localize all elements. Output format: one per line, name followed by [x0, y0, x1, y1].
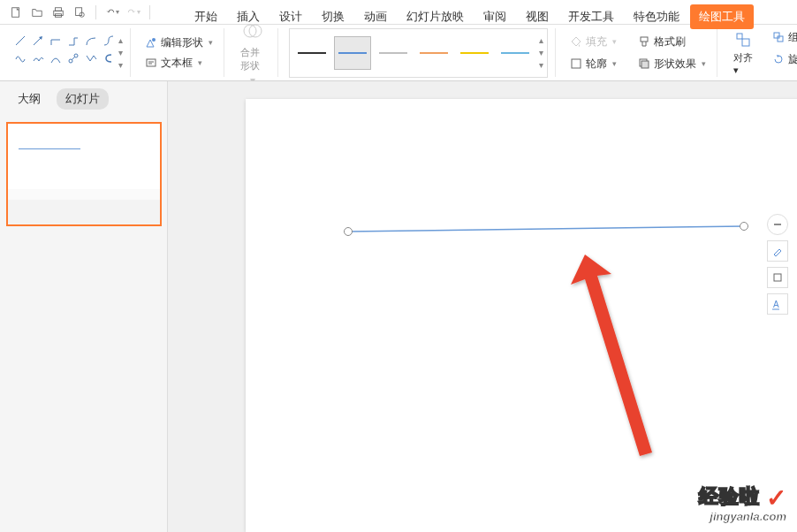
svg-line-26: [348, 226, 744, 232]
elbow-arrow-icon[interactable]: [65, 33, 81, 49]
shape-effects-button[interactable]: 形状效果 ▾: [634, 55, 710, 73]
chevron-down-icon: ▾: [198, 58, 202, 67]
zoom-out-button[interactable]: [767, 214, 788, 235]
format-group: 填充 ▾ 轮廓 ▾ 格式刷 形状效果 ▾: [559, 28, 717, 77]
text-tool-button[interactable]: A: [767, 293, 788, 315]
print-preview-icon[interactable]: [72, 5, 87, 19]
slide-panel: 大纲 幻灯片: [0, 81, 168, 532]
scribble-icon[interactable]: [30, 50, 46, 66]
new-doc-icon[interactable]: [9, 5, 23, 19]
arrow-line-icon[interactable]: [30, 33, 46, 49]
s-curve-icon[interactable]: [101, 50, 117, 66]
tab-animation[interactable]: 动画: [355, 4, 396, 29]
freeform-icon[interactable]: [12, 50, 28, 66]
svg-rect-1: [56, 7, 62, 11]
edit-shape-label: 编辑形状: [161, 35, 203, 50]
gallery-down-icon[interactable]: ▾: [118, 47, 123, 59]
curve-icon[interactable]: [48, 50, 64, 66]
rotate-button[interactable]: 旋转 ▾: [769, 50, 797, 69]
tab-start[interactable]: 开始: [186, 4, 226, 29]
curve-connector-icon[interactable]: [83, 33, 99, 49]
tab-design[interactable]: 设计: [270, 4, 311, 29]
svg-rect-4: [76, 7, 82, 15]
svg-point-11: [152, 38, 156, 42]
merge-group: 合并形状 ▾: [228, 28, 278, 77]
gallery-more-icon[interactable]: ▾: [118, 59, 123, 72]
svg-rect-17: [572, 59, 581, 68]
line-style-3[interactable]: [375, 36, 412, 70]
svg-rect-21: [737, 34, 742, 39]
chevron-down-icon: ▾: [702, 59, 706, 68]
tab-view[interactable]: 视图: [517, 4, 558, 29]
group-button[interactable]: 组合 ▾: [769, 28, 797, 47]
curve-arrow-icon[interactable]: [101, 33, 117, 49]
print-icon[interactable]: [51, 5, 65, 19]
shape-effects-label: 形状效果: [654, 57, 696, 72]
watermark: 经验啦 ✓ jingyanla.com: [699, 480, 786, 523]
svg-text:A: A: [773, 300, 779, 309]
align-label: 对齐: [733, 52, 753, 63]
format-painter-button[interactable]: 格式刷: [634, 33, 710, 51]
tab-transition[interactable]: 切换: [313, 4, 353, 29]
line-handle-start[interactable]: [344, 227, 353, 236]
outline-button[interactable]: 轮廓 ▾: [566, 55, 620, 73]
shapes-gallery[interactable]: [12, 33, 117, 73]
line-style-2[interactable]: [334, 36, 371, 70]
outline-label: 轮廓: [586, 57, 607, 72]
line-style-5[interactable]: [456, 36, 493, 70]
gallery-expand: ▴ ▾ ▾: [118, 33, 123, 73]
redo-icon[interactable]: ▾: [126, 5, 140, 19]
elbow-connector-icon[interactable]: [48, 33, 64, 49]
tab-insert[interactable]: 插入: [228, 4, 269, 29]
outline-tab[interactable]: 大纲: [9, 88, 49, 110]
line-style-4[interactable]: [415, 36, 452, 70]
tab-features[interactable]: 特色功能: [625, 4, 688, 29]
text-box-button[interactable]: 文本框 ▾: [141, 54, 216, 72]
separator: [149, 5, 150, 19]
chevron-down-icon: ▾: [733, 65, 739, 75]
line-shape-icon[interactable]: [12, 33, 28, 49]
gallery-up-icon[interactable]: ▴: [118, 34, 123, 47]
quick-access-toolbar: ▾ ▾ 开始 插入 设计 切换 动画 幻灯片放映 审阅 视图 开发工具 特色功能…: [0, 0, 797, 25]
undo-icon[interactable]: ▾: [105, 5, 119, 19]
thumbnail-area: [8, 189, 160, 200]
slides-tab[interactable]: 幻灯片: [57, 88, 109, 110]
line-handle-end[interactable]: [740, 222, 748, 231]
line-style-1[interactable]: [293, 36, 330, 70]
tab-drawing-tools[interactable]: 绘图工具: [690, 4, 754, 29]
svg-line-7: [34, 38, 41, 45]
slide-thumbnail-1[interactable]: [6, 122, 162, 226]
edit-group: 编辑形状 ▾ 文本框 ▾: [134, 28, 224, 77]
rotate-label: 旋转: [788, 52, 797, 67]
gallery-up-icon[interactable]: ▴: [539, 34, 543, 47]
format-painter-label: 格式刷: [654, 34, 686, 49]
tab-review[interactable]: 审阅: [474, 4, 515, 29]
line-style-gallery: ▴ ▾ ▾: [289, 28, 548, 78]
drawn-line-shape[interactable]: [343, 221, 749, 239]
line-gallery-expand: ▴ ▾ ▾: [539, 33, 543, 73]
gallery-more-icon[interactable]: ▾: [539, 59, 543, 72]
tab-slideshow[interactable]: 幻灯片放映: [398, 4, 473, 29]
tab-developer[interactable]: 开发工具: [559, 4, 623, 29]
chevron-down-icon: ▾: [612, 37, 617, 46]
svg-rect-18: [641, 37, 648, 42]
svg-rect-20: [641, 61, 649, 68]
slide[interactable]: [246, 99, 797, 532]
zigzag-icon[interactable]: [83, 50, 99, 66]
connector-icon[interactable]: [65, 50, 81, 66]
edit-shape-button[interactable]: 编辑形状 ▾: [141, 34, 216, 52]
slide-canvas[interactable]: A 经验啦 ✓ jingyanla.com: [168, 81, 797, 532]
floating-tools: A: [767, 214, 788, 315]
shape-tool-button[interactable]: [767, 267, 788, 288]
separator: [95, 5, 96, 19]
line-style-6[interactable]: [497, 36, 534, 70]
line-styles-group: ▴ ▾ ▾: [282, 28, 556, 77]
open-icon[interactable]: [30, 5, 44, 19]
chevron-down-icon: ▾: [612, 59, 617, 68]
gallery-down-icon[interactable]: ▾: [539, 47, 543, 59]
brush-tool-button[interactable]: [767, 240, 788, 262]
thumbnail-area: [8, 200, 160, 224]
align-button[interactable]: 对齐▾: [728, 28, 758, 78]
thumbnail-line-preview: [19, 148, 80, 149]
checkmark-icon: ✓: [766, 483, 786, 513]
